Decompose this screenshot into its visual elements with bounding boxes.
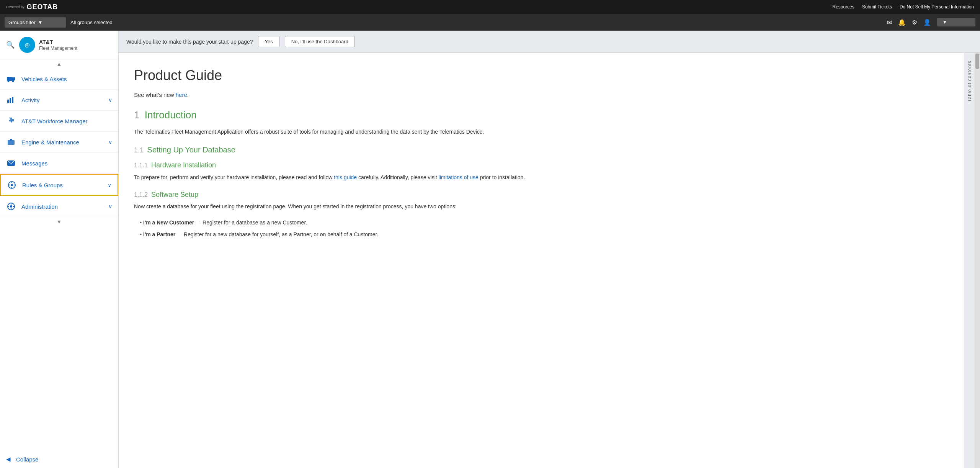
top-bar: Powered by GEOTAB Resources Submit Ticke… xyxy=(0,0,980,14)
powered-by-text: Powered by xyxy=(6,5,24,9)
sidebar-item-activity[interactable]: Activity ∨ xyxy=(0,90,118,111)
section-1-1-2-body: Now create a database for your fleet usi… xyxy=(134,202,949,211)
svg-point-13 xyxy=(11,184,13,186)
user-dropdown-arrow: ▼ xyxy=(942,20,947,25)
admin-chevron-icon: ∨ xyxy=(108,203,112,209)
collapse-label: Collapse xyxy=(16,456,38,463)
section-1-1-1-heading: 1.1.1 Hardware Installation xyxy=(134,160,949,171)
section-1-1-1-body: To prepare for, perform and verify your … xyxy=(134,173,949,182)
sidebar-item-workforce[interactable]: AT&T Workforce Manager xyxy=(0,111,118,132)
gear-icon-button[interactable]: ⚙ xyxy=(912,19,917,26)
engine-chevron-icon: ∨ xyxy=(108,139,112,145)
top-bar-left: Powered by GEOTAB xyxy=(6,3,58,11)
user-dropdown[interactable]: ▼ xyxy=(937,18,975,26)
do-not-sell-link[interactable]: Do Not Sell My Personal Information xyxy=(900,4,974,10)
top-bar-right: Resources Submit Tickets Do Not Sell My … xyxy=(833,4,974,10)
sidebar-header: 🔍 @ AT&T Fleet Management xyxy=(0,31,118,59)
section-1-num: 1 xyxy=(134,109,139,121)
section-1-1-heading: 1.1 Setting Up Your Database xyxy=(134,144,949,156)
groups-bar: Groups filter ▼ All groups selected ✉ 🔔 … xyxy=(0,14,980,31)
svg-rect-9 xyxy=(8,140,15,145)
svg-rect-2 xyxy=(7,77,12,81)
groups-bar-icons: ✉ 🔔 ⚙ 👤 ▼ xyxy=(887,18,975,26)
submit-tickets-link[interactable]: Submit Tickets xyxy=(862,4,892,10)
limitations-link[interactable]: limitations of use xyxy=(439,174,479,180)
sidebar-admin-label: Administration xyxy=(21,203,103,210)
toc-label[interactable]: Table of contents xyxy=(967,61,972,102)
section-1-1-2-num: 1.1.2 xyxy=(134,191,148,198)
section-1-1-1-body-prefix: To prepare for, perform and verify your … xyxy=(134,174,334,180)
svg-point-19 xyxy=(10,205,12,208)
groups-filter-dropdown[interactable]: Groups filter ▼ xyxy=(5,17,66,28)
sidebar-rules-label: Rules & Groups xyxy=(22,182,102,188)
svg-marker-3 xyxy=(12,77,15,80)
section-1-heading: 1 Introduction xyxy=(134,107,949,123)
section-1-1-1-title: Hardware Installation xyxy=(151,161,216,169)
brand-name-text: AT&T xyxy=(39,39,77,46)
brand-circle-icon: @ xyxy=(19,37,35,53)
rules-icon xyxy=(7,180,17,190)
collapse-arrow-icon: ◀ xyxy=(6,456,11,463)
svg-point-5 xyxy=(12,80,14,82)
sidebar-item-engine[interactable]: Engine & Maintenance ∨ xyxy=(0,132,118,153)
bullet-new-customer: I'm a New Customer — Register for a data… xyxy=(143,218,949,227)
bullet-new-customer-bold: I'm a New Customer xyxy=(143,219,194,226)
rules-chevron-icon: ∨ xyxy=(108,182,111,188)
brand-logo-area: Powered by GEOTAB xyxy=(6,3,58,11)
sidebar-activity-label: Activity xyxy=(21,97,103,103)
section-1-1-2-heading: 1.1.2 Software Setup xyxy=(134,189,949,200)
sidebar: 🔍 @ AT&T Fleet Management ▲ Vehi xyxy=(0,31,119,468)
scrollbar-thumb[interactable] xyxy=(975,54,979,69)
banner-question-text: Would you like to make this page your st… xyxy=(126,39,253,45)
section-1-1-1-body-mid: carefully. Additionally, please visit xyxy=(357,174,438,180)
this-guide-link[interactable]: this guide xyxy=(334,174,357,180)
activity-chart-icon xyxy=(6,95,16,105)
bell-icon-button[interactable]: 🔔 xyxy=(898,19,906,26)
page-intro: See what's new here. xyxy=(134,90,949,100)
puzzle-icon xyxy=(6,116,16,126)
main-layout: 🔍 @ AT&T Fleet Management ▲ Vehi xyxy=(0,31,980,468)
section-1-1-title: Setting Up Your Database xyxy=(147,146,235,154)
activity-chevron-icon: ∨ xyxy=(108,97,112,103)
section-1-body: The Telematics Fleet Management Applicat… xyxy=(134,128,949,137)
engine-icon xyxy=(6,137,16,147)
mail-icon-button[interactable]: ✉ xyxy=(887,19,892,26)
svg-point-4 xyxy=(8,80,10,82)
sidebar-item-rules[interactable]: Rules & Groups ∨ xyxy=(0,174,118,196)
sidebar-item-administration[interactable]: Administration ∨ xyxy=(0,196,118,217)
intro-suffix: . xyxy=(187,92,189,98)
sidebar-item-messages[interactable]: Messages xyxy=(0,153,118,174)
intro-link[interactable]: here xyxy=(176,92,187,98)
administration-icon xyxy=(6,201,16,211)
collapse-sidebar-button[interactable]: ◀ Collapse xyxy=(0,450,118,468)
user-icon-button[interactable]: 👤 xyxy=(923,19,931,26)
no-dashboard-button[interactable]: No, I'll use the Dashboard xyxy=(285,36,355,47)
sidebar-scroll-down-button[interactable]: ▼ xyxy=(0,217,118,226)
section-1-1-2-title: Software Setup xyxy=(151,191,198,198)
sidebar-messages-label: Messages xyxy=(21,160,112,167)
brand-logo: @ AT&T Fleet Management xyxy=(19,37,77,53)
page-content-wrapper: Product Guide See what's new here. 1 Int… xyxy=(119,53,980,468)
brand-name-area: AT&T Fleet Management xyxy=(39,39,77,51)
sidebar-engine-label: Engine & Maintenance xyxy=(21,139,103,146)
bullet-new-customer-text: — Register for a database as a new Custo… xyxy=(196,219,307,226)
sidebar-workforce-label: AT&T Workforce Manager xyxy=(21,118,112,124)
sidebar-scroll-up-button[interactable]: ▲ xyxy=(0,59,118,69)
software-setup-bullets: I'm a New Customer — Register for a data… xyxy=(143,218,949,239)
truck-icon xyxy=(6,74,16,84)
bullet-partner-bold: I'm a Partner xyxy=(143,231,175,237)
messages-icon xyxy=(6,158,16,168)
page-scrollbar[interactable] xyxy=(975,53,980,468)
yes-button[interactable]: Yes xyxy=(258,36,279,47)
sidebar-item-vehicles[interactable]: Vehicles & Assets xyxy=(0,69,118,90)
section-1-1-1-body-suffix: prior to installation. xyxy=(479,174,525,180)
section-1-title: Introduction xyxy=(145,109,197,121)
svg-rect-6 xyxy=(7,100,9,103)
dropdown-arrow-icon: ▼ xyxy=(38,20,43,25)
intro-text: See what's new xyxy=(134,92,176,98)
bullet-partner: I'm a Partner — Register for a new datab… xyxy=(143,230,949,239)
search-button[interactable]: 🔍 xyxy=(6,41,15,49)
resources-link[interactable]: Resources xyxy=(833,4,854,10)
section-1-1-num: 1.1 xyxy=(134,146,144,154)
toc-sidebar[interactable]: Table of contents xyxy=(964,53,975,468)
